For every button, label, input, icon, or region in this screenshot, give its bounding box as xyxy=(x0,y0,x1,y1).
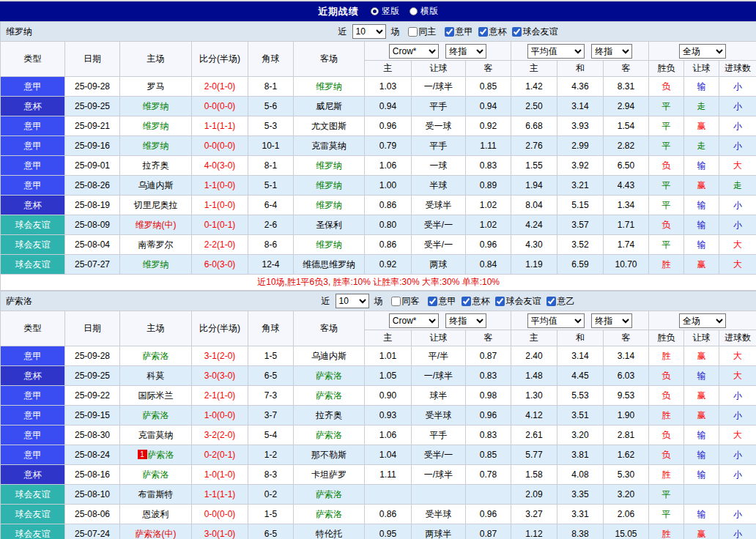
league-filter[interactable]: 意甲 xyxy=(445,26,473,38)
home-team-cell[interactable]: 南蒂罗尔 xyxy=(120,235,192,255)
home-team-cell[interactable]: 克雷莫纳 xyxy=(120,425,192,445)
away-team-cell[interactable]: 克雷莫纳 xyxy=(294,136,365,156)
away-team-cell[interactable]: 那不勒斯 xyxy=(294,445,365,465)
goals-result-cell: 小 xyxy=(719,97,756,116)
home-team-label: 乌迪内斯 xyxy=(138,180,174,190)
odds-source-select[interactable]: Crow* xyxy=(389,44,439,59)
away-team-cell[interactable]: 维罗纳 xyxy=(294,176,365,196)
odds-final-select[interactable]: 终指 xyxy=(445,313,486,328)
avg-source-select[interactable]: 平均值 xyxy=(527,44,585,59)
away-team-cell[interactable]: 圣保利 xyxy=(294,215,365,235)
handicap-result-cell: 输 xyxy=(684,77,719,97)
home-team-cell[interactable]: 维罗纳(中) xyxy=(120,215,192,235)
handicap-result-cell: 输 xyxy=(684,505,719,524)
league-checkbox[interactable] xyxy=(445,27,454,37)
odds-source-select[interactable]: Crow* xyxy=(389,313,439,328)
match-row: 意甲 25-09-16 维罗纳 0-0(0-0) 10-1 克雷莫纳 0.79 … xyxy=(1,136,756,156)
result-cell: 负 xyxy=(649,156,684,176)
scope-select[interactable]: 全场 xyxy=(679,44,726,59)
away-team-cell[interactable]: 拉齐奥 xyxy=(294,406,365,425)
league-checkbox[interactable] xyxy=(462,297,471,306)
away-team-cell[interactable]: 特伦托 xyxy=(294,524,365,539)
league-checkbox[interactable] xyxy=(428,297,437,306)
home-team-cell[interactable]: 罗马 xyxy=(120,77,192,97)
league-filter[interactable]: 球会友谊 xyxy=(512,26,558,38)
away-team-cell[interactable]: 维德思维罗纳 xyxy=(294,255,365,275)
handicap-result-cell: 输 xyxy=(684,156,719,176)
league-filter[interactable]: 意杯 xyxy=(478,26,507,38)
away-team-cell[interactable]: 维罗纳 xyxy=(294,77,365,97)
away-team-cell[interactable]: 乌迪内斯 xyxy=(294,346,365,366)
away-team-cell[interactable]: 威尼斯 xyxy=(294,97,365,116)
recent-count-select[interactable]: 10 xyxy=(336,294,369,308)
home-team-cell[interactable]: 维罗纳 xyxy=(120,97,192,116)
match-row: 意甲 25-09-22 国际米兰 2-1(1-0) 7-3 萨索洛 0.90 球… xyxy=(1,386,756,406)
home-team-cell[interactable]: 1萨索洛 xyxy=(120,445,192,465)
avg-away-cell: 10.70 xyxy=(604,255,649,275)
league-filter[interactable]: 意杯 xyxy=(462,295,490,308)
home-team-cell[interactable]: 布雷斯特 xyxy=(120,485,192,505)
league-checkbox[interactable] xyxy=(512,27,522,37)
home-team-cell[interactable]: 维罗纳 xyxy=(120,136,192,156)
home-team-cell[interactable]: 萨索洛 xyxy=(120,346,192,366)
odds-final-select[interactable]: 终指 xyxy=(445,44,486,59)
avg-final-select[interactable]: 终指 xyxy=(591,313,632,328)
date-cell: 25-07-27 xyxy=(65,255,120,275)
league-filter[interactable]: 意甲 xyxy=(428,295,456,308)
away-team-cell[interactable]: 萨索洛 xyxy=(294,366,365,386)
home-team-cell[interactable]: 拉齐奥 xyxy=(120,156,192,176)
same-venue-filter[interactable]: 同客 xyxy=(391,295,420,308)
away-team-cell[interactable]: 维罗纳 xyxy=(294,235,365,255)
league-checkbox[interactable] xyxy=(495,297,505,306)
league-checkbox[interactable] xyxy=(478,27,488,37)
avg-final-select[interactable]: 终指 xyxy=(591,44,632,59)
col-corner: 角球 xyxy=(248,42,294,77)
league-filter[interactable]: 意乙 xyxy=(546,295,575,308)
home-team-cell[interactable]: 切里尼奥拉 xyxy=(120,196,192,215)
avg-source-select[interactable]: 平均值 xyxy=(527,313,585,328)
away-team-cell[interactable]: 维罗纳 xyxy=(294,196,365,215)
match-row: 意甲 25-09-28 罗马 2-0(1-0) 8-1 维罗纳 1.03 一/球… xyxy=(1,77,756,97)
league-type-cell: 意甲 xyxy=(1,116,65,136)
league-type-cell: 意甲 xyxy=(1,386,65,406)
home-team-cell[interactable]: 维罗纳 xyxy=(120,255,192,275)
team-name: 维罗纳 xyxy=(6,22,32,41)
col-type: 类型 xyxy=(1,311,65,346)
layout-radio-horizontal[interactable]: 横版 xyxy=(410,5,438,18)
radio-icon[interactable] xyxy=(371,7,379,15)
corner-cell: 5-4 xyxy=(248,425,294,445)
layout-radio-vertical[interactable]: 竖版 xyxy=(371,5,399,18)
result-cell: 胜 xyxy=(649,465,684,485)
home-team-cell[interactable]: 国际米兰 xyxy=(120,386,192,406)
home-team-cell[interactable]: 恩波利 xyxy=(120,505,192,524)
home-team-cell[interactable]: 萨索洛 xyxy=(120,465,192,485)
avg-draw-cell: 6.59 xyxy=(557,255,604,275)
away-team-cell[interactable]: 萨索洛 xyxy=(294,485,365,505)
date-cell: 25-08-10 xyxy=(65,485,120,505)
result-cell: 平 xyxy=(649,505,684,524)
scope-select[interactable]: 全场 xyxy=(679,313,726,328)
radio-icon[interactable] xyxy=(410,7,418,15)
league-filter[interactable]: 球会友谊 xyxy=(495,295,541,308)
away-team-cell[interactable]: 萨索洛 xyxy=(294,505,365,524)
home-team-cell[interactable]: 科莫 xyxy=(120,366,192,386)
avg-away-cell: 2.06 xyxy=(604,505,649,524)
away-team-cell[interactable]: 卡坦萨罗 xyxy=(294,465,365,485)
same-venue-checkbox[interactable] xyxy=(391,297,401,306)
away-team-cell[interactable]: 萨索洛 xyxy=(294,386,365,406)
result-cell: 胜 xyxy=(649,406,684,425)
home-team-cell[interactable]: 维罗纳 xyxy=(120,116,192,136)
match-row: 意杯 25-08-19 切里尼奥拉 1-1(0-0) 6-4 维罗纳 0.86 … xyxy=(1,196,756,215)
home-team-cell[interactable]: 萨索洛 xyxy=(120,406,192,425)
away-team-cell[interactable]: 萨索洛 xyxy=(294,425,365,445)
same-venue-checkbox[interactable] xyxy=(408,27,418,37)
score-cell: 3-2(2-0) xyxy=(192,425,248,445)
away-team-cell[interactable]: 维罗纳 xyxy=(294,156,365,176)
same-venue-filter[interactable]: 同主 xyxy=(408,26,437,38)
league-checkbox[interactable] xyxy=(546,297,556,306)
avg-home-cell: 2.50 xyxy=(511,97,557,116)
away-team-cell[interactable]: 尤文图斯 xyxy=(294,116,365,136)
home-team-cell[interactable]: 乌迪内斯 xyxy=(120,176,192,196)
recent-count-select[interactable]: 10 xyxy=(352,24,386,39)
home-team-cell[interactable]: 萨索洛(中) xyxy=(120,524,192,539)
